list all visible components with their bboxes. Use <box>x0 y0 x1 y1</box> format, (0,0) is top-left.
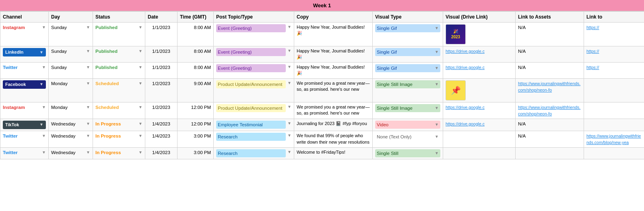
link-to-link[interactable]: https:// <box>586 65 599 70</box>
col-time: Time (GMT) <box>178 12 214 23</box>
channel-dropdown-arrow[interactable]: ▼ <box>42 65 46 70</box>
day-dropdown-arrow[interactable]: ▼ <box>86 104 90 110</box>
link-to-cell <box>584 78 644 102</box>
status-dropdown-arrow[interactable]: ▼ <box>138 121 142 127</box>
link-assets-link[interactable]: https://www.journalingwithfriends.com/sh… <box>518 105 580 116</box>
status-label: In Progress <box>95 121 121 127</box>
status-dropdown-arrow[interactable]: ▼ <box>138 48 142 54</box>
topic-dropdown-arrow[interactable]: ▼ <box>287 104 291 110</box>
copy-cell: We promised you a great new year—so, as … <box>294 102 373 119</box>
visual-drive-link-cell <box>443 148 516 159</box>
day-label: Monday <box>51 80 68 87</box>
status-dropdown-arrow[interactable]: ▼ <box>138 65 142 70</box>
visual-type-label: Single Gif <box>377 25 397 31</box>
channel-dropdown-arrow[interactable]: ▼ <box>42 150 46 155</box>
channel-label: Instagram <box>3 24 25 31</box>
visual-type-dropdown-arrow[interactable]: ▼ <box>435 150 439 156</box>
channel-dropdown-arrow[interactable]: ▼ <box>39 50 43 55</box>
status-dropdown-arrow[interactable]: ▼ <box>138 104 142 110</box>
day-dropdown-arrow[interactable]: ▼ <box>86 25 90 30</box>
topic-dropdown-arrow[interactable]: ▼ <box>287 48 291 54</box>
visual-drive-link[interactable]: https://drive.google.c <box>446 105 485 110</box>
channel-dropdown-arrow[interactable]: ▼ <box>39 81 43 87</box>
topic-cell: Employee Testimonial▼ <box>214 119 294 131</box>
channel-dropdown-arrow[interactable]: ▼ <box>42 133 46 139</box>
time-cell: 12:00 PM <box>178 119 214 131</box>
topic-dropdown-arrow[interactable]: ▼ <box>287 64 291 70</box>
link-to-link[interactable]: https://www.journalingwithfriends.com/bl… <box>586 134 641 145</box>
visual-type-cell: Single Gif▼ <box>373 46 443 63</box>
link-assets-link[interactable]: https://www.journalingwithfriends.com/sh… <box>518 81 580 92</box>
visual-type-label: Single Gif <box>377 65 397 71</box>
visual-type-label: Single Still <box>377 150 398 157</box>
day-dropdown-arrow[interactable]: ▼ <box>86 133 90 139</box>
topic-dropdown-arrow[interactable]: ▼ <box>287 121 291 126</box>
day-dropdown-arrow[interactable]: ▼ <box>86 150 90 155</box>
date-cell: 1/2/2023 <box>145 78 178 102</box>
time-cell: 8:00 AM <box>178 23 214 46</box>
topic-cell: Product Update/Announcement▼ <box>214 78 294 102</box>
link-to-cell: https:// <box>584 23 644 46</box>
copy-cell: We found that 99% of people who write do… <box>294 131 373 148</box>
link-to-cell: https:// <box>584 46 644 63</box>
status-cell: Published▼ <box>93 62 145 78</box>
date-cell: 1/1/2023 <box>145 46 178 63</box>
day-label: Monday <box>51 104 68 111</box>
channel-cell: Instagram▼ <box>0 23 49 46</box>
time-cell: 8:00 AM <box>178 46 214 63</box>
day-dropdown-arrow[interactable]: ▼ <box>86 65 90 70</box>
date-cell: 1/4/2023 <box>145 148 178 159</box>
visual-drive-link[interactable]: https://drive.google.c <box>446 65 485 70</box>
day-dropdown-arrow[interactable]: ▼ <box>86 121 90 127</box>
status-dropdown-arrow[interactable]: ▼ <box>138 150 142 155</box>
status-label: In Progress <box>95 133 121 139</box>
visual-type-dropdown-arrow[interactable]: ▼ <box>435 81 439 87</box>
col-status: Status <box>93 12 145 23</box>
day-dropdown-arrow[interactable]: ▼ <box>86 48 90 54</box>
visual-drive-link-cell <box>443 131 516 148</box>
visual-drive-link-cell: 📌 <box>443 78 516 102</box>
visual-drive-link[interactable]: https://drive.google.c <box>446 121 485 126</box>
channel-cell: LinkedIn▼ <box>0 46 49 63</box>
status-dropdown-arrow[interactable]: ▼ <box>138 81 142 86</box>
status-cell: In Progress▼ <box>93 131 145 148</box>
channel-dropdown-arrow[interactable]: ▼ <box>42 104 46 110</box>
channel-dropdown-arrow[interactable]: ▼ <box>42 25 46 30</box>
link-assets-cell: N/A <box>516 46 584 63</box>
status-dropdown-arrow[interactable]: ▼ <box>138 133 142 139</box>
visual-type-dropdown-arrow[interactable]: ▼ <box>435 49 439 55</box>
channel-cell: Twitter▼ <box>0 131 49 148</box>
topic-dropdown-arrow[interactable]: ▼ <box>287 24 291 30</box>
date-cell: 1/4/2023 <box>145 119 178 131</box>
visual-drive-link[interactable]: https://drive.google.c <box>446 49 485 54</box>
topic-label: Research <box>216 133 286 141</box>
topic-cell: Event (Greeting)▼ <box>214 46 294 63</box>
channel-cell: Facebook▼ <box>0 78 49 102</box>
channel-label: Facebook <box>5 81 26 88</box>
link-to-link[interactable]: https:// <box>586 49 599 54</box>
status-label: Scheduled <box>95 104 119 111</box>
link-to-link[interactable]: https:// <box>586 25 599 30</box>
col-channel: Channel <box>0 12 49 23</box>
link-assets-cell: N/A <box>516 119 584 131</box>
table-row: Twitter▼Wednesday▼In Progress▼1/4/20233:… <box>0 131 644 148</box>
visual-type-dropdown-arrow[interactable]: ▼ <box>435 122 439 127</box>
table-row: TikTok▼Wednesday▼In Progress▼1/4/202312:… <box>0 119 644 131</box>
visual-type-dropdown-arrow[interactable]: ▼ <box>435 134 439 140</box>
day-dropdown-arrow[interactable]: ▼ <box>86 81 90 86</box>
date-cell: 1/1/2023 <box>145 62 178 78</box>
table-header: Channel Day Status Date Time (GMT) Post … <box>0 12 644 23</box>
topic-dropdown-arrow[interactable]: ▼ <box>287 80 291 86</box>
visual-type-dropdown-arrow[interactable]: ▼ <box>435 105 439 111</box>
status-cell: In Progress▼ <box>93 148 145 159</box>
visual-drive-link-cell: https://drive.google.c <box>443 102 516 119</box>
topic-dropdown-arrow[interactable]: ▼ <box>287 133 291 138</box>
topic-dropdown-arrow[interactable]: ▼ <box>287 149 291 155</box>
channel-dropdown-arrow[interactable]: ▼ <box>39 122 43 127</box>
status-label: Published <box>95 48 118 54</box>
table-row: LinkedIn▼Sunday▼Published▼1/1/20238:00 A… <box>0 46 644 63</box>
visual-type-dropdown-arrow[interactable]: ▼ <box>435 65 439 71</box>
visual-type-cell: None (Text Only)▼ <box>373 131 443 148</box>
status-dropdown-arrow[interactable]: ▼ <box>138 25 142 30</box>
visual-type-dropdown-arrow[interactable]: ▼ <box>435 25 439 31</box>
